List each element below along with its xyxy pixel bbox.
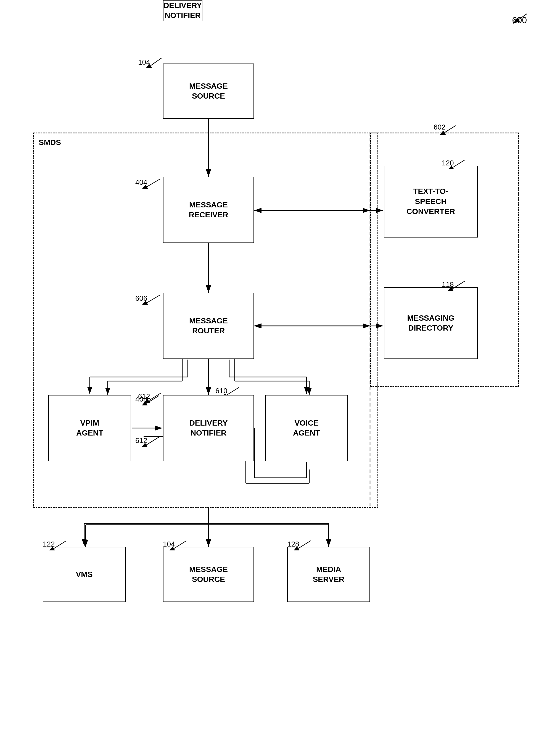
arrow-602 [439, 122, 461, 135]
svg-line-28 [445, 126, 456, 133]
svg-line-76 [149, 393, 161, 401]
text-to-speech-box: TEXT-TO-SPEECHCONVERTER [384, 166, 478, 238]
message-receiver-label: MESSAGERECEIVER [189, 200, 228, 220]
arrow-404 [141, 176, 164, 189]
media-server-box: MEDIASERVER [287, 547, 370, 602]
arrow-122 [48, 538, 70, 550]
messaging-directory-label: MESSAGINGDIRECTORY [407, 313, 454, 333]
voice-agent-box: VOICEAGENT [265, 395, 348, 461]
message-source-top-box: MESSAGESOURCE [163, 64, 254, 119]
delivery-notifier-label2: DELIVERYNOTIFIER [189, 418, 228, 438]
svg-line-46 [54, 541, 66, 548]
vpim-agent-box: VPIMAGENT [48, 395, 131, 461]
message-router-label: MESSAGEROUTER [189, 316, 228, 336]
svg-line-36 [453, 160, 465, 167]
arrow-104-top [144, 55, 166, 68]
vms-box: VMS [43, 547, 126, 602]
message-receiver-box: MESSAGERECEIVER [163, 177, 254, 243]
media-server-label: MEDIASERVER [313, 564, 345, 585]
vms-label: VMS [76, 569, 93, 579]
delivery-notifier-label: DELIVERYNOTIFIER [163, 1, 202, 21]
vpim-agent-label: VPIMAGENT [76, 418, 103, 438]
figure-arrow [505, 8, 538, 28]
message-source-top-label: MESSAGESOURCE [189, 81, 228, 101]
delivery-notifier-box: DELIVERYNOTIFIER [163, 0, 202, 21]
arrow-612-2 [143, 390, 165, 403]
svg-line-25 [513, 14, 527, 23]
arrow-612 [141, 434, 163, 447]
messaging-directory-box: MESSAGINGDIRECTORY [384, 287, 478, 359]
message-router-box: MESSAGEROUTER [163, 293, 254, 359]
arrow-128 [293, 538, 315, 550]
arrow-120 [447, 157, 469, 169]
message-source-bottom-box: MESSAGESOURCE [163, 547, 254, 602]
diagram: 600 SMDS 602 MESSAGESOURCE 104 [0, 0, 560, 736]
svg-line-38 [452, 281, 465, 289]
svg-line-34 [147, 295, 160, 303]
voice-agent-label: VOICEAGENT [293, 418, 320, 438]
svg-line-44 [146, 437, 159, 445]
svg-line-30 [150, 58, 162, 66]
arrow-104-bottom [168, 538, 191, 550]
svg-line-42 [226, 387, 239, 395]
svg-line-48 [174, 541, 186, 548]
smds-label: SMDS [39, 138, 61, 147]
text-to-speech-label: TEXT-TO-SPEECHCONVERTER [406, 186, 455, 217]
svg-line-32 [147, 179, 160, 187]
arrow-118 [447, 278, 469, 291]
arrow-606 [141, 292, 164, 305]
svg-line-50 [298, 541, 311, 548]
message-source-bottom-label: MESSAGESOURCE [189, 564, 228, 585]
delivery-notifier-box2: DELIVERYNOTIFIER [163, 395, 254, 461]
